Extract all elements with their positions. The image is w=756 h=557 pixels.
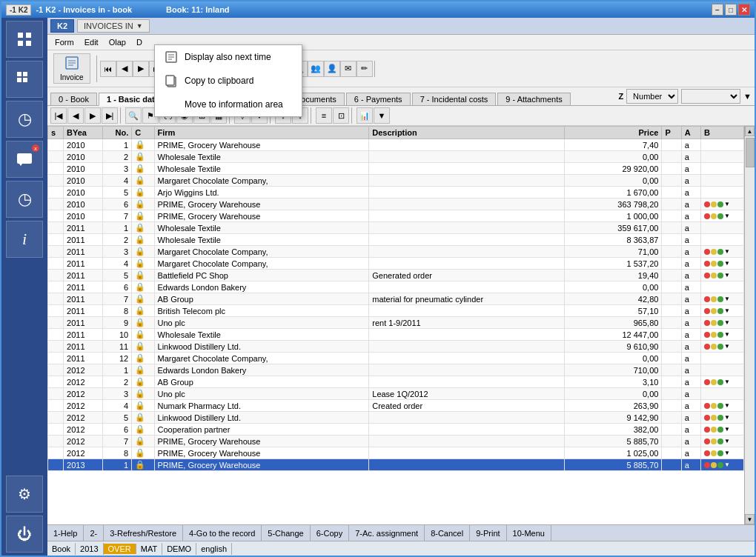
table-row[interactable]: 2011 5 🔒 Battlefield PC Shop Generated o… [48, 270, 744, 281]
dots-menu[interactable]: ▼ [724, 343, 730, 350]
dots-menu[interactable]: ▼ [724, 438, 730, 444]
cell-firm[interactable]: Margaret Chocolate Company, [154, 175, 369, 187]
tab-0-book[interactable]: 0 - Book [50, 93, 97, 105]
action-dots[interactable]: ▼ [704, 248, 740, 255]
tab-9-attachments[interactable]: 9 - Attachments [497, 93, 570, 105]
status-help[interactable]: 1-Help [47, 525, 84, 541]
action-dots[interactable]: ▼ [704, 296, 740, 302]
cell-firm[interactable]: Margaret Chocolate Company, [154, 258, 369, 270]
cell-firm[interactable]: Wholesale Textile [154, 329, 369, 341]
dots-menu[interactable]: ▼ [724, 248, 730, 255]
status-menu[interactable]: 10-Menu [507, 525, 551, 541]
dt-next[interactable]: ▶ [84, 107, 101, 124]
action-dots[interactable]: ▼ [704, 319, 740, 326]
scrollbar-vertical[interactable]: ▲ ▼ [744, 126, 755, 524]
status-goto[interactable]: 4-Go to the record [183, 525, 262, 541]
cm-display-next[interactable]: Display also next time [155, 45, 302, 69]
table-row[interactable]: 2011 3 🔒 Margaret Chocolate Company, 71,… [48, 246, 744, 258]
table-row[interactable]: 2012 4 🔒 Numark Pharmacy Ltd. Created or… [48, 400, 744, 412]
table-row[interactable]: 2010 6 🔒 PRIME, Grocery Warehouse 363 79… [48, 199, 744, 210]
restore-button[interactable]: □ [725, 4, 737, 16]
dots-menu[interactable]: ▼ [724, 319, 730, 326]
status-cancel[interactable]: 8-Cancel [425, 525, 470, 541]
table-row[interactable]: 2010 4 🔒 Margaret Chocolate Company, 0,0… [48, 175, 744, 187]
cell-firm[interactable]: PRIME, Grocery Warehouse [154, 436, 369, 447]
cell-firm[interactable]: Linkwood Distillery Ltd. [154, 341, 369, 353]
status-2[interactable]: 2- [84, 525, 104, 541]
col-header-a[interactable]: A [681, 127, 700, 139]
table-row[interactable]: 2011 2 🔒 Wholesale Textile 8 363,87 a [48, 234, 744, 246]
cell-firm[interactable]: Wholesale Textile [154, 151, 369, 163]
action-dots[interactable]: ▼ [704, 343, 740, 350]
menu-d[interactable]: D [132, 36, 147, 48]
dots-menu[interactable]: ▼ [724, 450, 730, 456]
minimize-button[interactable]: − [712, 4, 723, 16]
status-print[interactable]: 9-Print [470, 525, 506, 541]
cell-firm[interactable]: PRIME, Grocery Warehouse [154, 210, 369, 222]
sidebar-btn-clock[interactable]: ◷ [6, 181, 43, 218]
scroll-thumb[interactable] [746, 138, 755, 167]
table-row[interactable]: 2012 5 🔒 Linkwood Distillery Ltd. 9 142,… [48, 412, 744, 424]
col-header-firm[interactable]: Firm [154, 127, 369, 139]
dots-menu[interactable]: ▼ [724, 402, 730, 409]
action-dots[interactable]: ▼ [704, 450, 740, 456]
tab-6-payments[interactable]: 6 - Payments [346, 93, 411, 105]
status-copy[interactable]: 6-Copy [311, 525, 349, 541]
sidebar-btn-info[interactable]: i [6, 221, 43, 258]
dt-view1[interactable]: ≡ [316, 107, 332, 124]
table-row[interactable]: 2010 5 🔒 Arjo Wiggins Ltd. 1 670,00 a [48, 187, 744, 199]
action-dots[interactable]: ▼ [704, 260, 740, 267]
btn-edit[interactable]: ✏ [357, 61, 373, 77]
cm-copy-clipboard[interactable]: Copy to clipboard [155, 69, 302, 93]
dots-menu[interactable]: ▼ [724, 426, 730, 433]
dots-menu[interactable]: ▼ [724, 307, 730, 314]
cell-firm[interactable]: Margaret Chocolate Company, [154, 246, 369, 258]
cm-move-info[interactable]: Move to information area [155, 93, 302, 116]
action-dots[interactable]: ▼ [704, 201, 740, 207]
cell-firm[interactable]: Wholesale Textile [154, 222, 369, 234]
cell-firm[interactable]: PRIME, Grocery Warehouse [154, 139, 369, 151]
table-row[interactable]: 2010 7 🔒 PRIME, Grocery Warehouse 1 000,… [48, 210, 744, 222]
table-row[interactable]: 2011 4 🔒 Margaret Chocolate Company, 1 5… [48, 258, 744, 270]
table-row[interactable]: 2011 6 🔒 Edwards London Bakery 0,00 a [48, 281, 744, 293]
close-button[interactable]: ✕ [738, 4, 750, 16]
table-row[interactable]: 2011 12 🔒 Margaret Chocolate Company, 0,… [48, 353, 744, 364]
sidebar-btn-chat[interactable]: x [6, 141, 43, 178]
cell-firm[interactable]: Arjo Wiggins Ltd. [154, 187, 369, 199]
cell-firm[interactable]: Margaret Chocolate Company, [154, 353, 369, 364]
action-dots[interactable]: ▼ [704, 331, 740, 338]
dots-menu[interactable]: ▼ [724, 378, 730, 385]
table-row[interactable]: 2012 7 🔒 PRIME, Grocery Warehouse 5 885,… [48, 436, 744, 447]
scroll-down-btn[interactable]: ▼ [745, 514, 755, 524]
table-row[interactable]: 2010 3 🔒 Wholesale Textile 29 920,00 a [48, 163, 744, 175]
table-row[interactable]: 2011 11 🔒 Linkwood Distillery Ltd. 9 610… [48, 341, 744, 353]
cell-firm[interactable]: Edwards London Bakery [154, 364, 369, 376]
action-dots[interactable]: ▼ [704, 307, 740, 314]
btn-person2[interactable]: 👥 [308, 61, 324, 77]
status-assign[interactable]: 7-Ac. assignment [349, 525, 425, 541]
dots-menu[interactable]: ▼ [724, 260, 730, 267]
col-header-p[interactable]: P [662, 127, 681, 139]
dt-chart2[interactable]: ▼ [374, 107, 390, 124]
btn-person3[interactable]: 👤 [324, 61, 340, 77]
dt-first[interactable]: |◀ [50, 107, 67, 124]
scroll-track[interactable] [745, 136, 755, 514]
sidebar-btn-recent[interactable]: ◷ [6, 101, 43, 138]
cell-firm[interactable]: Linkwood Distillery Ltd. [154, 412, 369, 424]
table-row[interactable]: 2011 10 🔒 Wholesale Textile 12 447,00 a … [48, 329, 744, 341]
dots-menu[interactable]: ▼ [724, 213, 730, 219]
tab-7-incidental[interactable]: 7 - Incidental costs [412, 93, 497, 105]
table-row[interactable]: 2013 1 🔒 PRIME, Grocery Warehouse 5 885,… [48, 459, 744, 471]
table-row[interactable]: 2011 8 🔒 British Telecom plc 57,10 a ▼ [48, 305, 744, 317]
dots-menu[interactable]: ▼ [724, 414, 730, 421]
table-row[interactable]: 2012 6 🔒 Cooperation partner 382,00 a ▼ [48, 424, 744, 436]
col-header-no[interactable]: No. [102, 127, 132, 139]
action-dots[interactable]: ▼ [704, 378, 740, 385]
col-header-desc[interactable]: Description [369, 127, 564, 139]
cell-firm[interactable]: PRIME, Grocery Warehouse [154, 459, 369, 471]
dt-chart[interactable]: 📊 [357, 107, 373, 124]
menu-olap[interactable]: Olap [105, 36, 130, 48]
action-dots[interactable]: ▼ [704, 426, 740, 433]
status-refresh[interactable]: 3-Refresh/Restore [104, 525, 183, 541]
table-row[interactable]: 2012 2 🔒 AB Group 3,10 a ▼ [48, 376, 744, 388]
